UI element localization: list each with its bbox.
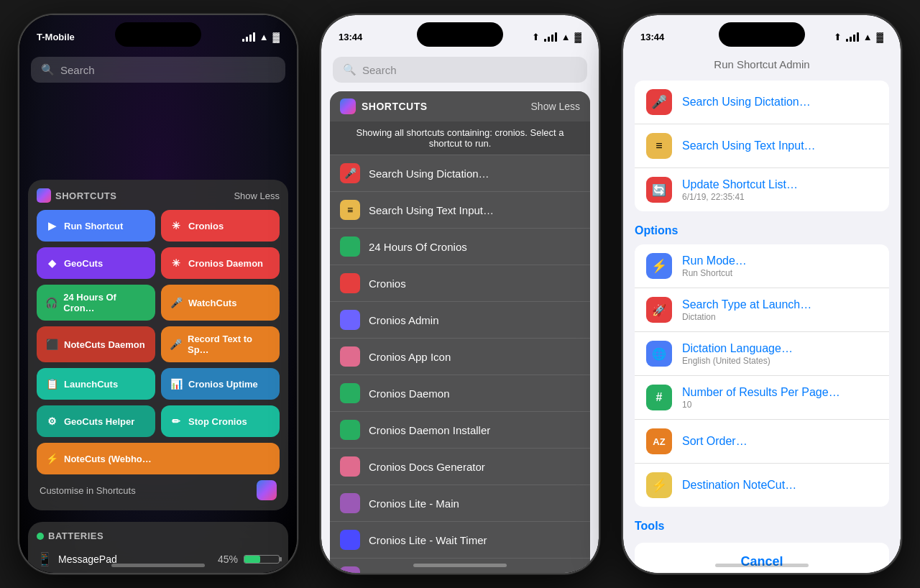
sp-item-cronios[interactable]: Cronios <box>330 265 590 301</box>
options-item-dictlang[interactable]: 🌐 Dictation Language… English (United St… <box>635 332 889 376</box>
shortcut-cronios-daemon[interactable]: ✳ Cronios Daemon <box>161 247 280 279</box>
widget-header-left: SHORTCUTS <box>37 188 116 203</box>
shortcut-label: GeoCuts <box>64 258 103 269</box>
detail-item-update[interactable]: 🔄 Update Shortcut List… 6/1/19, 22:35:41 <box>635 168 889 211</box>
search-bar-container-2: 🔍 Search <box>321 51 599 88</box>
wifi-icon: ▲ <box>259 32 269 42</box>
shortcut-notecuts-daemon[interactable]: ⬛ NoteCuts Daemon <box>37 326 155 362</box>
phone-1: T-Mobile ▲ ▓ 🔍 Search <box>18 14 298 574</box>
sp-item-cronios-lite-timer[interactable]: Cronios Lite - Wait Timer <box>330 521 590 558</box>
customise-text[interactable]: Customise in Shortcuts <box>40 485 136 496</box>
home-indicator-2 <box>413 564 507 567</box>
shortcut-label: Cronios <box>188 221 224 231</box>
cronios-docs-icon <box>340 456 360 477</box>
shortcut-notecuts-webho[interactable]: ⚡ NoteCuts (Webho… <box>37 443 280 474</box>
shortcut-geocuts[interactable]: ◆ GeoCuts <box>37 247 155 279</box>
shortcut-label: GeoCuts Helper <box>64 416 134 427</box>
stop-cronios-icon: ✏ <box>170 415 183 427</box>
detail-main-list: 🎤 Search Using Dictation… ≡ Search Using… <box>635 81 889 211</box>
sp-item-cronios-daemon2[interactable]: Cronios Daemon <box>330 375 590 411</box>
cronios-admin-icon <box>340 310 360 330</box>
sp-item-dictation[interactable]: 🎤 Search Using Dictation… <box>330 155 590 191</box>
searchtype-subtitle: Dictation <box>682 312 878 322</box>
shortcuts-app-icon <box>37 188 51 203</box>
options-item-destination[interactable]: ⚡ Destination NoteCut… <box>635 464 889 507</box>
search-bar-2[interactable]: 🔍 Search <box>333 57 587 83</box>
shortcut-24hours[interactable]: 🎧 24 Hours Of Cron… <box>37 285 155 321</box>
detail-item-dictation[interactable]: 🎤 Search Using Dictation… <box>635 81 889 124</box>
cronios-appicon-name: Cronios App Icon <box>369 351 451 363</box>
battery-status-icon: ▓ <box>273 32 280 42</box>
cronios-lite-main-name: Cronios Lite - Main <box>369 497 459 510</box>
time-3: 13:44 <box>640 32 664 42</box>
sp-item-cronios-lite-main[interactable]: Cronios Lite - Main <box>330 484 590 521</box>
sp-item-cronios-daemon-installer[interactable]: Cronios Daemon Installer <box>330 411 590 448</box>
phone-2: 13:44 ⬆ ▲ ▓ 🔍 <box>320 14 600 574</box>
shortcut-label: NoteCuts Daemon <box>64 339 145 350</box>
detail-update-icon: 🔄 <box>646 177 672 203</box>
batteries-title: BATTERIES <box>48 530 104 541</box>
status-icons-1: ▲ ▓ <box>242 32 280 42</box>
sp-item-cronios-appicon[interactable]: Cronios App Icon <box>330 338 590 375</box>
shortcuts-panel-header: SHORTCUTS Show Less <box>330 91 590 121</box>
sortorder-title: Sort Order… <box>682 435 878 448</box>
sp-show-less[interactable]: Show Less <box>531 101 580 112</box>
search-icon-lock: 🔍 <box>41 63 55 76</box>
results-icon: # <box>646 385 672 410</box>
shortcut-record-text[interactable]: 🎤 Record Text to Sp… <box>161 326 280 362</box>
customise-row: Customise in Shortcuts <box>37 474 280 502</box>
sp-item-cronios-admin[interactable]: Cronios Admin <box>330 301 590 338</box>
sp-item-textinput[interactable]: ≡ Search Using Text Input… <box>330 191 590 228</box>
wifi-icon-2: ▲ <box>561 32 571 42</box>
signal-icon-2 <box>544 32 557 42</box>
detail-update-title: Update Shortcut List… <box>682 178 878 191</box>
shortcut-label: Record Text to Sp… <box>188 334 271 355</box>
detail-dictation-title: Search Using Dictation… <box>682 96 878 109</box>
signal-icon <box>242 32 255 42</box>
cronios-lite-timer-icon <box>340 530 360 550</box>
runmode-subtitle: Run Shortcut <box>682 268 878 278</box>
dictlang-title: Dictation Language… <box>682 342 878 355</box>
shortcut-cronios[interactable]: ✳ Cronios <box>161 210 280 242</box>
searchtype-icon: 🚀 <box>646 297 672 323</box>
show-less-button[interactable]: Show Less <box>234 190 280 201</box>
detail-header: Run Shortcut Admin <box>623 51 901 78</box>
runmode-title: Run Mode… <box>682 254 878 267</box>
options-item-runmode[interactable]: ⚡ Run Mode… Run Shortcut <box>635 244 889 288</box>
24hours-name: 24 Hours Of Cronios <box>369 241 467 253</box>
options-item-results[interactable]: # Number of Results Per Page… 10 <box>635 376 889 420</box>
dynamic-island-2 <box>417 22 503 47</box>
shortcuts-grid: ▶ Run Shortcut ✳ Cronios ◆ GeoCuts <box>37 210 280 437</box>
shortcut-geocuts-helper[interactable]: ⚙ GeoCuts Helper <box>37 405 155 437</box>
options-item-searchtype[interactable]: 🚀 Search Type at Launch… Dictation <box>635 288 889 332</box>
shortcut-run-shortcut[interactable]: ▶ Run Shortcut <box>37 210 155 242</box>
shortcut-label: Stop Cronios <box>188 416 247 427</box>
widget-title: SHORTCUTS <box>55 190 116 201</box>
destination-text: Destination NoteCut… <box>682 479 878 492</box>
phone-3: 13:44 ⬆ ▲ ▓ Run Shortcut Admin <box>622 14 902 574</box>
detail-update-text: Update Shortcut List… 6/1/19, 22:35:41 <box>682 178 878 202</box>
shortcut-launchcuts[interactable]: 📋 LaunchCuts <box>37 368 155 400</box>
shortcut-label: WatchCuts <box>188 298 236 308</box>
sp-description: Showing all shortcuts containing: cronio… <box>330 121 590 155</box>
results-title: Number of Results Per Page… <box>682 386 878 399</box>
shortcut-stop-cronios[interactable]: ✏ Stop Cronios <box>161 405 280 437</box>
cronios-docs-name: Cronios Docs Generator <box>369 461 485 473</box>
sp-item-cronios-docs[interactable]: Cronios Docs Generator <box>330 448 590 484</box>
shortcut-watchcuts[interactable]: 🎤 WatchCuts <box>161 285 280 321</box>
widget-header: SHORTCUTS Show Less <box>37 188 280 203</box>
detail-item-textinput[interactable]: ≡ Search Using Text Input… <box>635 124 889 168</box>
shortcut-cronios-uptime[interactable]: 📊 Cronios Uptime <box>161 368 280 400</box>
battery-dot <box>37 533 44 540</box>
runmode-text: Run Mode… Run Shortcut <box>682 254 878 278</box>
searchtype-title: Search Type at Launch… <box>682 298 878 311</box>
sp-list: 🎤 Search Using Dictation… ≡ Search Using… <box>330 155 590 573</box>
shortcut-label: 24 Hours Of Cron… <box>63 292 147 313</box>
options-item-sortorder[interactable]: AZ Sort Order… <box>635 420 889 464</box>
dictlang-subtitle: English (United States) <box>682 356 878 366</box>
detail-textinput-title: Search Using Text Input… <box>682 139 878 152</box>
sp-item-24hours[interactable]: 24 Hours Of Cronios <box>330 228 590 265</box>
home-indicator-3 <box>715 564 809 567</box>
lock-search-bar[interactable]: 🔍 Search <box>31 57 285 83</box>
options-label: Options <box>623 214 901 242</box>
